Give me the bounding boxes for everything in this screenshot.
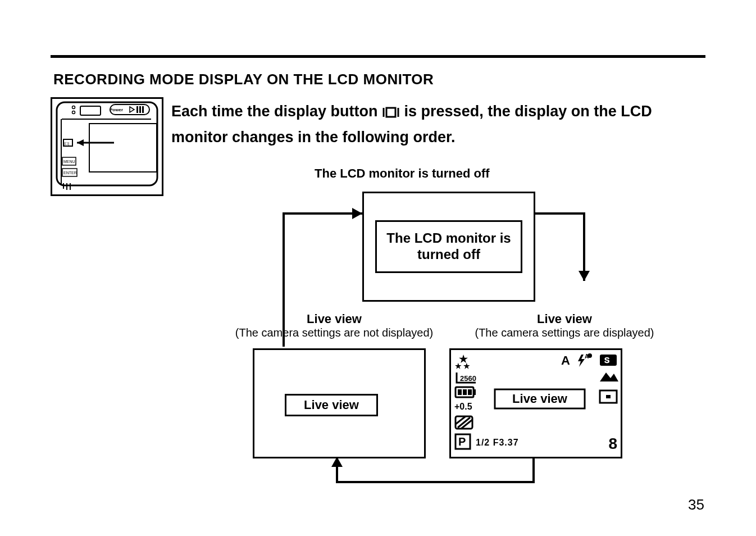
svg-rect-7 (142, 106, 144, 113)
arrow-right-to-left (331, 457, 534, 482)
state-lcd-off-text: The LCD monitor is turned off (375, 220, 522, 273)
arrow-top-to-right (534, 214, 590, 281)
state-live-view-settings: ★ ★ ★ A A S 2560 (449, 348, 622, 458)
live-view-plain-label: Live view (285, 394, 378, 416)
svg-text:2560: 2560 (460, 374, 476, 383)
live-view-settings-label: Live view (512, 392, 568, 406)
svg-rect-33 (458, 389, 462, 395)
section-title: RECORDING MODE DISPLAY ON THE LCD MONITO… (53, 71, 434, 88)
mode-letter: A (561, 353, 570, 367)
svg-marker-46 (579, 271, 590, 281)
live-right-bold: Live view (455, 312, 674, 326)
resolution-indicator: 2560 (457, 373, 476, 383)
flash-auto-icon: A (578, 353, 592, 367)
svg-text:★: ★ (463, 362, 470, 370)
svg-rect-5 (136, 106, 138, 113)
display-button-icon (382, 102, 400, 126)
lcd-off-caption: The LCD monitor is turned off (315, 166, 490, 181)
state-lcd-off: The LCD monitor is turned off (362, 192, 535, 302)
svg-marker-44 (352, 208, 362, 219)
wb-icon (456, 416, 472, 429)
svg-text:S: S (604, 356, 609, 365)
camera-back-illustration: Power |□| MENU ENTER (51, 97, 163, 196)
quality-icon: ★ ★ ★ (455, 353, 470, 370)
spot-meter-icon (600, 390, 617, 403)
live-view-with-settings-caption: Live view (The camera settings are displ… (455, 312, 674, 339)
svg-marker-30 (600, 373, 618, 381)
shutter-aperture: 1/2 F3.37 (476, 438, 519, 447)
battery-icon (456, 387, 476, 397)
ev-compensation: +0.5 (454, 402, 472, 411)
svg-rect-34 (463, 389, 467, 395)
power-label: Power (110, 107, 123, 112)
svg-point-26 (588, 353, 592, 358)
live-view-no-settings-caption: Live view (The camera settings are not d… (222, 312, 447, 339)
svg-marker-8 (130, 107, 134, 112)
svg-rect-37 (606, 395, 611, 398)
card-icon: S (600, 355, 617, 366)
svg-rect-35 (468, 389, 472, 395)
menu-label: MENU (63, 160, 75, 163)
svg-rect-20 (386, 108, 395, 117)
program-mode-indicator: P (456, 434, 470, 449)
svg-point-4 (72, 111, 75, 114)
svg-rect-6 (139, 106, 141, 113)
svg-rect-32 (473, 389, 476, 395)
mountain-icon (600, 373, 618, 381)
intro-paragraph: Each time the display button is pressed,… (171, 100, 699, 149)
svg-marker-15 (77, 139, 84, 146)
svg-text:P: P (458, 435, 466, 448)
remaining-shots: 8 (608, 435, 617, 452)
svg-point-3 (72, 106, 75, 109)
section-rule (51, 55, 705, 58)
svg-rect-9 (89, 124, 157, 172)
live-left-sub: (The camera settings are not displayed) (222, 326, 447, 339)
state-live-view-plain: Live view (253, 348, 426, 458)
live-right-sub: (The camera settings are displayed) (455, 326, 674, 339)
enter-label: ENTER (63, 171, 77, 175)
svg-rect-2 (80, 106, 101, 115)
svg-text:★: ★ (455, 362, 462, 370)
display-button-on-camera: |□| (63, 139, 72, 146)
intro-text-before: Each time the display button (171, 103, 382, 120)
svg-text:|□|: |□| (64, 141, 69, 146)
live-left-bold: Live view (222, 312, 447, 326)
page-number: 35 (688, 496, 704, 514)
